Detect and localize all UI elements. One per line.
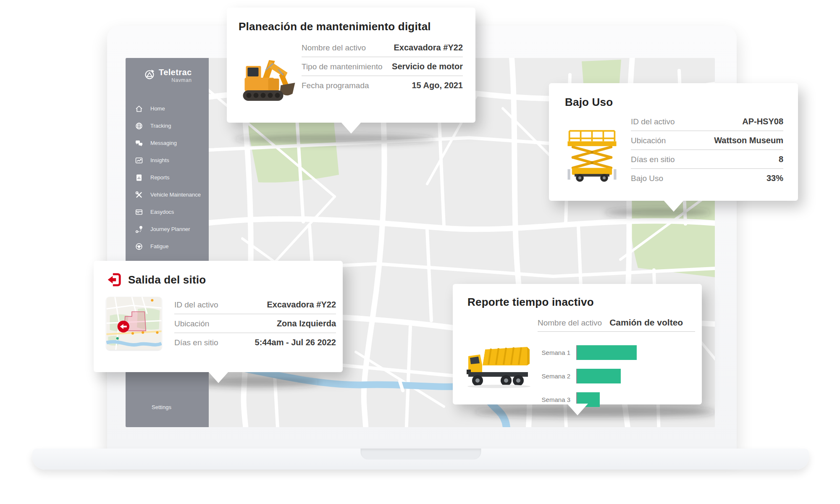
laptop-base [32,449,809,470]
sidebar-item-journey-planner[interactable]: Journey Planner [126,220,209,238]
callout-pointer [208,371,229,383]
field-row: Fecha programada 15 Ago, 2021 [302,76,463,94]
sidebar-item-settings[interactable]: Settings [152,404,171,410]
crossed-tools-icon [135,191,143,199]
bar-semana-1 [577,345,637,360]
idle-report-callout-card: Reporte tiempo inactivo Nombre del activ… [453,284,702,404]
idle-bar-chart: Semana 1 Semana 2 Semana 3 [507,345,692,416]
steering-wheel-icon [135,242,143,251]
field-row: Días en sitio 5:44am - Jul 26 2022 [174,333,336,352]
field-row: Ubicación Wattson Museum [631,131,783,150]
globe-icon [135,122,143,130]
site-exit-fields: ID del activo Excavadora #Y22 Ubicación … [174,295,336,352]
maintenance-fields: Nombre del activo Excavadora #Y22 Tipo d… [302,38,463,105]
bar-row: Semana 2 [507,369,692,383]
sidebar-nav: Home Tracking Messaging Insights Reports… [126,100,209,255]
card-title: Planeación de mantenimiento digital [227,8,475,33]
document-card-icon [135,208,143,216]
card-title: Bajo Uso [549,83,798,109]
low-use-fields: ID del activo AP-HSY08 Ubicación Wattson… [631,112,783,187]
sidebar-item-insights[interactable]: Insights [126,152,209,169]
callout-pointer [567,404,588,415]
field-row: ID del activo AP-HSY08 [631,112,783,131]
brand-logo: Teletrac Navman [126,58,209,83]
sidebar-item-fatigue[interactable]: Fatigue [126,238,209,255]
asset-line: Nombre del activo Camión de volteo [538,318,695,332]
laptop-base-notch [360,449,481,459]
scissor-lift [568,131,617,182]
report-doc-icon [135,173,143,182]
sidebar-item-messaging[interactable]: Messaging [126,134,209,152]
field-row: Nombre del activo Excavadora #Y22 [302,38,463,57]
brand-name: Teletrac [159,68,192,76]
sidebar-item-home[interactable]: Home [126,100,209,117]
field-row: Bajo Uso 33% [631,169,783,187]
card-title: Reporte tiempo inactivo [453,284,702,309]
sidebar-item-reports[interactable]: Reports [126,169,209,186]
sidebar-item-vehicle-maintenance[interactable]: Vehicle Maintenance [126,186,209,203]
card-title: Salida del sitio [128,273,206,286]
site-exit-callout-card: Salida del sitio [94,261,343,372]
callout-pointer [341,122,362,134]
excavator [243,60,295,101]
brand-subname: Navman [159,78,192,83]
field-row: ID del activo Excavadora #Y22 [174,295,336,314]
route-pin-icon [135,225,143,234]
sidebar-item-easydocs[interactable]: Easydocs [126,203,209,220]
line-chart-icon [135,156,143,165]
maintenance-callout-card: Planeación de mantenimiento digital [227,8,475,123]
teletrac-logo-icon [144,69,155,80]
scissor-lift-illustration [562,112,631,187]
field-row: Días en sitio 8 [631,150,783,169]
marketing-hero: Teletrac Navman Home Tracking Messaging … [0,0,840,504]
bar-row: Semana 3 [507,392,692,407]
chat-bubbles-icon [135,139,143,147]
excavator-illustration [235,38,302,105]
callout-pointer [663,200,684,212]
field-row: Tipo de mantenimiento Servicio de motor [302,57,463,76]
exit-arrow-icon [106,272,122,288]
bar-row: Semana 1 [507,345,692,360]
field-row: Ubicación Zona Izquierda [174,314,336,333]
geofence-minimap [106,295,174,352]
sidebar-item-tracking[interactable]: Tracking [126,117,209,134]
home-icon [135,105,143,113]
bar-semana-2 [577,369,621,383]
low-use-callout-card: Bajo Uso [549,83,798,201]
